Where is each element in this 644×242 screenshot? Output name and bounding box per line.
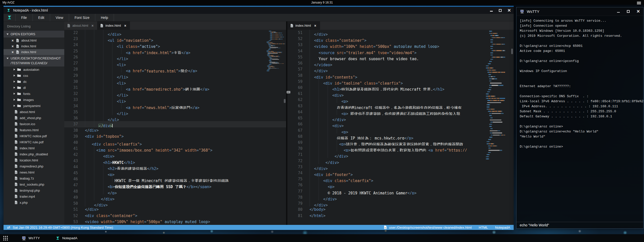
- file-HKWTC notice.pdf[interactable]: HKWTC notice.pdf: [4, 133, 64, 139]
- code-line-79[interactable]: 79</div>: [287, 200, 514, 206]
- code-line-39[interactable]: 39<div id="topbox">: [64, 133, 286, 140]
- folder-images[interactable]: images: [4, 97, 64, 103]
- code-line-38[interactable]: 38</div>: [64, 127, 286, 133]
- wstty-titlebar[interactable]: WsTTY ✕: [516, 7, 643, 16]
- tab-index.html[interactable]: index.html ×: [287, 21, 320, 30]
- split-drag-handle[interactable]: [287, 91, 290, 93]
- close-file-icon[interactable]: ×: [12, 39, 14, 43]
- file-news.html[interactable]: news.html: [4, 169, 64, 175]
- status-language[interactable]: HTML: [479, 226, 488, 229]
- code-line-28[interactable]: 28<a href="features.html">簡介</a>: [64, 66, 286, 72]
- code-line-36[interactable]: 36</ul>: [64, 115, 286, 121]
- code-line-78[interactable]: 78</div>: [287, 194, 514, 200]
- menu-item-file[interactable]: File: [16, 14, 33, 21]
- open-editor-index.html[interactable]: × index.html: [4, 49, 64, 55]
- code-line-60[interactable]: 60<h1>特別為建築及鐵路而設，現代化的 Minecraft 世界.</h1>: [287, 85, 514, 91]
- code-line-70[interactable]: 70<p>如有問題或需要申請白名單，歡迎加入我們的 <a href="https…: [287, 146, 514, 152]
- folder-dc[interactable]: dc: [4, 79, 64, 85]
- code-line-55[interactable]: 55Your browser does not support the vide…: [287, 54, 514, 60]
- editor-pane-left[interactable]: about.html × index.html × 22</div>23<ul …: [64, 21, 286, 225]
- tab-index.html[interactable]: index.html ×: [97, 21, 130, 30]
- code-line-29[interactable]: 29</li>: [64, 73, 286, 79]
- open-editor-index.html[interactable]: × index.html: [4, 43, 64, 49]
- code-line-48[interactable]: 48</p>: [64, 188, 286, 194]
- terminal-input[interactable]: echo "Hello World": [516, 222, 643, 228]
- code-line-67[interactable]: 67<p>: [287, 127, 514, 133]
- code-line-81[interactable]: 81</html>: [287, 213, 514, 219]
- code-line-51[interactable]: 51</div>: [287, 30, 514, 36]
- maximize-button[interactable]: [627, 10, 630, 13]
- code-line-30[interactable]: 30<li>: [64, 79, 286, 85]
- file-test_sockets.php[interactable]: test_sockets.php: [4, 181, 64, 187]
- menu-item-view[interactable]: View: [50, 14, 69, 21]
- code-line-72[interactable]: 72</div>: [287, 158, 514, 164]
- minimize-button[interactable]: [617, 10, 620, 13]
- notepada-titlebar[interactable]: NotepadA - index.html ✕: [4, 7, 514, 14]
- file-add_vhost.php[interactable]: add_vhost.php: [4, 115, 64, 121]
- code-line-53[interactable]: 53<video width="100%" height="500px" aut…: [64, 219, 286, 225]
- code-line-65[interactable]: 65</div>: [287, 115, 514, 121]
- code-line-23[interactable]: 23<ul id="navigation">: [64, 36, 286, 42]
- folder-yamiyamimi[interactable]: yamiyamimi: [4, 103, 64, 109]
- file-mapredirect.php[interactable]: mapredirect.php: [4, 163, 64, 169]
- code-line-41[interactable]: 41<img src="images/box.png" height="342"…: [64, 146, 286, 152]
- minimap-right[interactable]: [486, 31, 505, 167]
- code-editor-left[interactable]: 22</div>23<ul id="navigation">24<li clas…: [64, 30, 286, 225]
- code-line-77[interactable]: 77© 2018 - 2019 HKWTC Animation Gamer</p…: [287, 188, 514, 194]
- file-favicon.ico[interactable]: favicon.ico: [4, 121, 64, 127]
- folder-fonts[interactable]: fonts: [4, 91, 64, 97]
- folder-css[interactable]: css: [4, 73, 64, 79]
- close-button[interactable]: ✕: [636, 10, 640, 13]
- code-line-34[interactable]: 34<a href="news.html">玩家傳送門</a>: [64, 103, 286, 109]
- editor-pane-right[interactable]: index.html × 51</div>52<div class="conta…: [287, 21, 514, 225]
- code-line-66[interactable]: 66<div>: [287, 121, 514, 127]
- code-line-44[interactable]: 44<h2>香港的建築伺服器</h2>: [64, 164, 286, 170]
- scrollbar-thumb[interactable]: [511, 49, 513, 54]
- file-x.php[interactable]: x.php: [4, 199, 64, 205]
- code-line-46[interactable]: 46HKWTC 是一個 Minecraft 的建築伺服器，主要建築計劃包括鐵路: [64, 176, 286, 182]
- code-line-80[interactable]: 80</body>: [287, 206, 514, 213]
- close-tab-icon[interactable]: ×: [124, 24, 126, 28]
- taskbar-item-notepada[interactable]: NotepadA: [53, 234, 79, 242]
- close-file-icon[interactable]: ×: [12, 50, 14, 54]
- file-features.html[interactable]: features.html: [4, 127, 64, 133]
- code-line-75[interactable]: 75<div class="clearfix">: [287, 176, 514, 182]
- taskbar-item-wstty[interactable]: WsTTY: [20, 234, 42, 242]
- code-line-54[interactable]: 54<source src="trailer.mp4" type="video/…: [287, 48, 514, 54]
- close-button[interactable]: ✕: [507, 9, 511, 12]
- scrollbar-thumb[interactable]: [284, 99, 286, 103]
- code-line-22[interactable]: 22</div>: [64, 30, 286, 36]
- root-folder-header[interactable]: USER:/DESKTOP/SCREENSHOT /TEST/WWW CLEAN…: [4, 55, 64, 66]
- close-file-icon[interactable]: ×: [12, 44, 14, 48]
- code-line-31[interactable]: 31<a href="mapredirect.php">網上地圖</a>: [64, 85, 286, 91]
- file-about.html[interactable]: about.html: [4, 109, 64, 115]
- minimap-left[interactable]: [267, 31, 286, 74]
- code-line-58[interactable]: 58<div id="contents">: [287, 73, 514, 79]
- code-line-62[interactable]: 62<p>: [287, 97, 514, 103]
- code-line-25[interactable]: 25<a href="index.html">主頁</a>: [64, 48, 286, 54]
- code-line-37[interactable]: 37</div>: [64, 121, 286, 127]
- code-line-73[interactable]: 73</div>: [287, 164, 514, 170]
- menu-item-edit[interactable]: Edit: [33, 14, 50, 21]
- open-editors-header[interactable]: OPEN EDITORS: [4, 31, 64, 38]
- code-line-71[interactable]: 71</div>: [287, 152, 514, 158]
- code-line-51[interactable]: 51</div>: [64, 206, 286, 213]
- code-line-74[interactable]: 74<div id="footer">: [287, 170, 514, 176]
- code-line-59[interactable]: 59<div id="tagline" class="clearfix">: [287, 79, 514, 85]
- code-line-61[interactable]: 61<div>: [287, 91, 514, 97]
- code-line-69[interactable]: 69<p>請注意，我們的伺服器為確保玩家及遊玩時的質素，我們對的服器開啟: [287, 140, 514, 146]
- code-editor-right[interactable]: 51</div>52<div class="container">53<vide…: [287, 30, 514, 225]
- maximize-button[interactable]: [499, 9, 502, 12]
- code-line-27[interactable]: 27<li>: [64, 60, 286, 66]
- code-line-40[interactable]: 40<div class="clearfix">: [64, 140, 286, 146]
- code-line-47[interactable]: 47<b>你知道我們全線伺服器已轉用 SSD 了嗎？</b></span>: [64, 182, 286, 188]
- code-line-32[interactable]: 32</li>: [64, 91, 286, 97]
- code-line-53[interactable]: 53<video width="100%" height="500px" aut…: [287, 42, 514, 48]
- code-line-52[interactable]: 52<div class="container">: [287, 36, 514, 42]
- menu-item-font-size[interactable]: Font Size: [69, 14, 95, 21]
- open-editor-about.html[interactable]: × about.html: [4, 38, 64, 43]
- code-line-64[interactable]: 64<p> 即使你不是建築師，你也能透過紅石師或鐵路工程師的身份加入我: [287, 109, 514, 115]
- app-grid-icon[interactable]: [3, 236, 8, 241]
- sync-icon[interactable]: ⇄: [7, 225, 10, 230]
- file-testmysql.php[interactable]: testmysql.php: [4, 187, 64, 193]
